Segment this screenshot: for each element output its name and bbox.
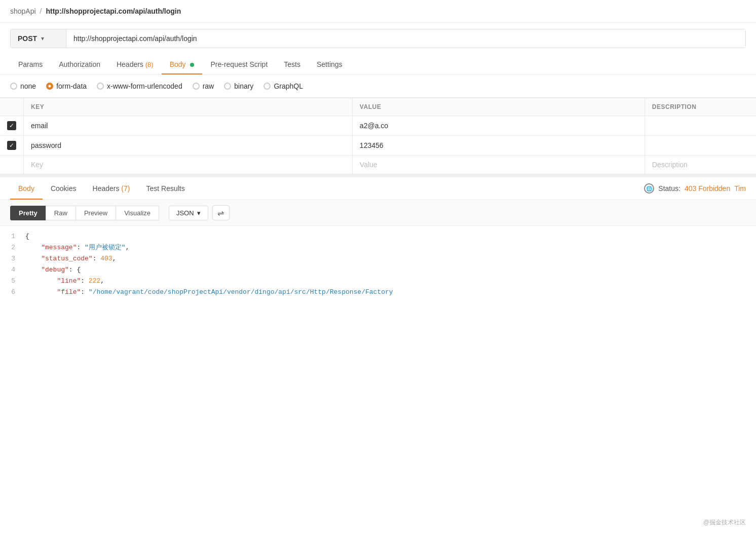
- tab-pre-request[interactable]: Pre-request Script: [202, 54, 276, 74]
- code-line-5: 5 "line": 222,: [0, 276, 756, 287]
- breadcrumb-separator: /: [40, 7, 42, 15]
- radio-binary[interactable]: binary: [224, 82, 253, 90]
- response-tab-cookies[interactable]: Cookies: [43, 177, 85, 200]
- radio-none[interactable]: none: [10, 82, 36, 90]
- radio-circle-graphql: [263, 83, 271, 90]
- row1-check-cell: ✓: [0, 116, 24, 136]
- col-header-key: KEY: [24, 98, 353, 116]
- chevron-down-icon: ▾: [41, 35, 44, 42]
- row1-value[interactable]: a2@a.co: [352, 116, 645, 136]
- line-num-5: 5: [0, 276, 25, 287]
- line-content-3: "status_code": 403,: [25, 253, 756, 264]
- row2-key[interactable]: password: [24, 136, 353, 156]
- radio-circle-raw: [193, 83, 200, 90]
- response-tab-headers[interactable]: Headers (7): [85, 177, 138, 200]
- code-line-6: 6 "file": "/home/vagrant/code/shopProjec…: [0, 287, 756, 298]
- placeholder-desc[interactable]: Description: [645, 156, 756, 174]
- placeholder-check: [0, 156, 24, 174]
- radio-circle-binary: [224, 83, 231, 90]
- tab-tests[interactable]: Tests: [276, 54, 309, 74]
- radio-urlencoded[interactable]: x-www-form-urlencoded: [97, 82, 182, 90]
- tab-authorization[interactable]: Authorization: [51, 54, 108, 74]
- placeholder-key[interactable]: Key: [24, 156, 353, 174]
- status-bar: 🌐 Status: 403 Forbidden Tim: [644, 183, 746, 194]
- line-num-6: 6: [0, 287, 25, 298]
- globe-icon: 🌐: [644, 183, 654, 194]
- table-row: ✓ password 123456: [0, 136, 756, 156]
- status-value: 403 Forbidden: [685, 184, 730, 193]
- json-format-dropdown[interactable]: JSON ▾: [169, 206, 208, 220]
- response-tab-test-results[interactable]: Test Results: [138, 177, 193, 200]
- code-line-4: 4 "debug": {: [0, 264, 756, 276]
- kv-table: KEY VALUE DESCRIPTION ✓ email a2@a.co ✓ …: [0, 98, 756, 174]
- radio-label-urlencoded: x-www-form-urlencoded: [107, 82, 182, 90]
- tab-body[interactable]: Body: [162, 54, 203, 74]
- row2-check-cell: ✓: [0, 136, 24, 156]
- response-tab-body[interactable]: Body: [10, 177, 43, 200]
- line-num-4: 4: [0, 264, 25, 276]
- row1-key[interactable]: email: [24, 116, 353, 136]
- chevron-down-icon: ▾: [197, 209, 201, 217]
- status-label: Status:: [658, 184, 681, 193]
- radio-raw[interactable]: raw: [193, 82, 214, 90]
- response-tabs-row: Body Cookies Headers (7) Test Results 🌐 …: [0, 177, 756, 200]
- placeholder-value[interactable]: Value: [352, 156, 645, 174]
- line-content-2: "message": "用户被锁定",: [25, 242, 756, 253]
- line-content-6: "file": "/home/vagrant/code/shopProjectA…: [25, 287, 756, 298]
- request-tabs: Params Authorization Headers (8) Body Pr…: [0, 54, 756, 75]
- table-row: ✓ email a2@a.co: [0, 116, 756, 136]
- row2-value[interactable]: 123456: [352, 136, 645, 156]
- code-line-2: 2 "message": "用户被锁定",: [0, 242, 756, 253]
- format-btn-visualize[interactable]: Visualize: [116, 206, 159, 220]
- line-num-3: 3: [0, 253, 25, 264]
- table-row-placeholder: Key Value Description: [0, 156, 756, 174]
- format-bar: Pretty Raw Preview Visualize JSON ▾ ⇌: [0, 200, 756, 226]
- radio-circle-form-data: [46, 83, 53, 90]
- format-btn-preview[interactable]: Preview: [75, 206, 116, 220]
- line-num-2: 2: [0, 242, 25, 253]
- col-header-value: VALUE: [352, 98, 645, 116]
- code-viewer: 1 { 2 "message": "用户被锁定", 3 "status_code…: [0, 226, 756, 303]
- radio-circle-urlencoded: [97, 83, 104, 90]
- format-btn-raw[interactable]: Raw: [46, 206, 76, 220]
- body-dot: [190, 63, 194, 67]
- checkbox-email[interactable]: ✓: [7, 121, 16, 130]
- code-line-3: 3 "status_code": 403,: [0, 253, 756, 264]
- line-num-1: 1: [0, 231, 25, 242]
- col-header-desc: DESCRIPTION: [645, 98, 756, 116]
- code-line-1: 1 {: [0, 231, 756, 242]
- url-input[interactable]: [66, 29, 745, 48]
- headers-badge: (8): [145, 61, 154, 68]
- body-type-row: none form-data x-www-form-urlencoded raw…: [0, 75, 756, 98]
- radio-form-data[interactable]: form-data: [46, 82, 87, 90]
- radio-circle-none: [10, 83, 17, 90]
- row1-desc[interactable]: [645, 116, 756, 136]
- radio-label-raw: raw: [203, 82, 214, 90]
- tab-settings[interactable]: Settings: [309, 54, 351, 74]
- tab-params[interactable]: Params: [10, 54, 51, 74]
- response-headers-badge: (7): [121, 184, 130, 193]
- radio-label-graphql: GraphQL: [274, 82, 303, 90]
- row2-desc[interactable]: [645, 136, 756, 156]
- radio-label-none: none: [20, 82, 36, 90]
- breadcrumb-shop[interactable]: shopApi: [10, 7, 36, 15]
- checkbox-password[interactable]: ✓: [7, 141, 16, 150]
- request-bar: POST ▾: [10, 29, 746, 48]
- method-label: POST: [18, 34, 37, 43]
- method-selector[interactable]: POST ▾: [11, 29, 66, 48]
- line-content-5: "line": 222,: [25, 276, 756, 287]
- radio-label-binary: binary: [234, 82, 253, 90]
- breadcrumb-url[interactable]: http://shopprojectapi.com/api/auth/login: [46, 7, 181, 15]
- time-label: Tim: [734, 184, 746, 193]
- wrap-button[interactable]: ⇌: [212, 205, 230, 220]
- radio-graphql[interactable]: GraphQL: [263, 82, 303, 90]
- response-section: Body Cookies Headers (7) Test Results 🌐 …: [0, 174, 756, 303]
- breadcrumb: shopApi / http://shopprojectapi.com/api/…: [0, 0, 756, 23]
- tab-headers[interactable]: Headers (8): [108, 54, 162, 74]
- format-btn-pretty[interactable]: Pretty: [10, 206, 46, 220]
- line-content-4: "debug": {: [25, 264, 756, 276]
- radio-label-form-data: form-data: [56, 82, 87, 90]
- col-header-check: [0, 98, 24, 116]
- line-content-1: {: [25, 231, 756, 242]
